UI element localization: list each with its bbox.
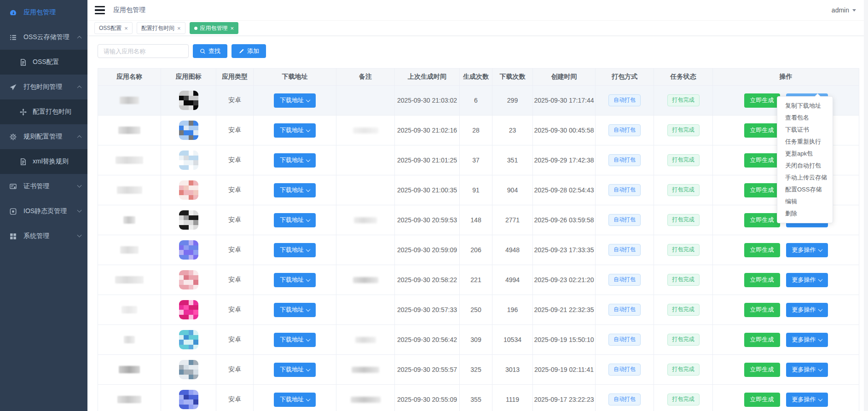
task-status-cell: 打包完成: [654, 116, 713, 145]
sidebar-item-label: OSS云存储管理: [23, 33, 69, 41]
generate-count: 148: [460, 205, 492, 235]
download-address-button[interactable]: 下载地址: [274, 333, 316, 347]
sidebar-item-oss-config[interactable]: OSS配置: [0, 50, 87, 75]
sidebar-item-ios-static-page-management[interactable]: IOS静态页管理: [0, 199, 87, 224]
more-actions-dropdown-menu: 复制下载地址 查看包名 下载证书 任务重新执行 更新apk包 关闭自动打包 手动…: [777, 96, 833, 223]
menu-item-config-oss-storage[interactable]: 配置OSS存储: [777, 184, 833, 196]
scrollbar-track[interactable]: [864, 0, 868, 411]
menu-item-download-certificate[interactable]: 下载证书: [777, 124, 833, 136]
generate-now-button[interactable]: 立即生成: [744, 303, 780, 317]
col-pack-mode: 打包方式: [596, 69, 654, 86]
generate-now-button[interactable]: 立即生成: [744, 93, 780, 108]
pack-mode-cell: 自动打包: [596, 355, 654, 385]
generate-now-button[interactable]: 立即生成: [744, 333, 780, 347]
menu-item-update-apk[interactable]: 更新apk包: [777, 148, 833, 160]
menu-item-edit[interactable]: 编辑: [777, 196, 833, 208]
task-status-cell: 打包完成: [654, 175, 713, 205]
download-address-button[interactable]: 下载地址: [274, 183, 316, 197]
sidebar-item-system-management[interactable]: 系统管理: [0, 224, 87, 249]
sidebar-item-pack-time-management[interactable]: 打包时间管理: [0, 75, 87, 99]
more-actions-button[interactable]: 更多操作: [786, 303, 828, 317]
download-address-label: 下载地址: [280, 186, 304, 194]
generate-now-button[interactable]: 立即生成: [744, 273, 780, 287]
generate-now-button[interactable]: 立即生成: [744, 123, 780, 138]
sidebar-item-xml-replace-rule[interactable]: xml替换规则: [0, 149, 87, 174]
pack-mode-tag: 自动打包: [608, 124, 641, 136]
pack-mode-tag: 自动打包: [608, 394, 641, 405]
generate-now-button[interactable]: 立即生成: [744, 213, 780, 227]
menu-item-copy-download-address[interactable]: 复制下载地址: [777, 100, 833, 112]
generate-now-button[interactable]: 立即生成: [744, 183, 780, 197]
tab-oss-config[interactable]: OSS配置 ×: [94, 22, 133, 34]
app-icon-cell: [161, 355, 216, 385]
app-name-cell: [98, 205, 161, 235]
generate-now-button[interactable]: 立即生成: [744, 153, 780, 168]
close-icon[interactable]: ×: [231, 25, 234, 31]
download-address-label: 下载地址: [280, 395, 304, 404]
col-generate-count: 生成次数: [460, 69, 492, 86]
more-actions-button[interactable]: 更多操作: [786, 243, 828, 257]
pack-mode-tag: 自动打包: [608, 244, 641, 255]
add-button[interactable]: 添加: [231, 44, 266, 58]
generate-now-button[interactable]: 立即生成: [744, 393, 780, 407]
download-address-button[interactable]: 下载地址: [274, 213, 316, 227]
download-address-button[interactable]: 下载地址: [274, 303, 316, 317]
task-status-tag: 打包完成: [667, 334, 700, 345]
menu-item-disable-auto-pack[interactable]: 关闭自动打包: [777, 160, 833, 172]
app-icon-cell: [161, 145, 216, 175]
col-download-address: 下载地址: [254, 69, 336, 86]
sidebar-item-oss-cloud-storage[interactable]: OSS云存储管理: [0, 25, 87, 50]
chevron-down-icon: [306, 187, 311, 192]
menu-item-manual-upload-cloud[interactable]: 手动上传云存储: [777, 172, 833, 184]
download-address-button[interactable]: 下载地址: [274, 123, 316, 138]
tab-app-package-management[interactable]: 应用包管理 ×: [190, 22, 239, 34]
remark-redacted: [352, 367, 379, 373]
search-button[interactable]: 查找: [193, 44, 227, 58]
generate-count: 325: [460, 355, 492, 385]
app-icon: [179, 270, 198, 289]
download-address-button[interactable]: 下载地址: [274, 153, 316, 168]
user-menu[interactable]: admin: [832, 6, 856, 14]
search-input[interactable]: [98, 44, 189, 58]
hamburger-menu-icon[interactable]: [95, 6, 105, 14]
generate-now-button[interactable]: 立即生成: [744, 243, 780, 257]
chevron-down-icon: [306, 98, 311, 102]
menu-item-rerun-task[interactable]: 任务重新执行: [777, 136, 833, 148]
close-icon[interactable]: ×: [177, 25, 181, 31]
chevron-down-icon: [818, 367, 822, 371]
more-actions-button[interactable]: 更多操作: [786, 333, 828, 347]
task-status-tag: 打包完成: [667, 274, 700, 285]
remark-cell: [336, 205, 395, 235]
remark-cell: [336, 385, 395, 411]
remark-cell: [336, 175, 395, 205]
close-icon[interactable]: ×: [124, 25, 128, 31]
sidebar-item-certificate-management[interactable]: 证书管理: [0, 174, 87, 199]
download-count: 23: [492, 116, 533, 145]
more-actions-button[interactable]: 更多操作: [786, 393, 828, 407]
more-actions-button[interactable]: 更多操作: [786, 273, 828, 287]
sidebar-item-rule-config-management[interactable]: 规则配置管理: [0, 124, 87, 149]
table-row: 安卓下载地址2025-09-30 20:55:0935511192025-09-…: [98, 385, 859, 411]
tab-config-pack-time[interactable]: 配置打包时间 ×: [137, 22, 185, 34]
download-address-button[interactable]: 下载地址: [274, 363, 316, 377]
sidebar-item-app-package-management[interactable]: 应用包管理: [0, 0, 87, 25]
task-status-cell: 打包完成: [654, 205, 713, 235]
menu-item-delete[interactable]: 删除: [777, 208, 833, 220]
app-name-cell: [98, 355, 161, 385]
task-status-cell: 打包完成: [654, 355, 713, 385]
download-address-button[interactable]: 下载地址: [274, 393, 316, 407]
app-name-redacted: [123, 216, 135, 224]
sidebar-item-config-pack-time[interactable]: 配置打包时间: [0, 99, 87, 124]
task-status-tag: 打包完成: [667, 154, 700, 166]
app-name-cell: [98, 385, 161, 411]
generate-now-button[interactable]: 立即生成: [744, 363, 780, 377]
download-address-button[interactable]: 下载地址: [274, 273, 316, 287]
more-actions-button[interactable]: 更多操作: [786, 363, 828, 377]
task-status-tag: 打包完成: [667, 184, 700, 196]
caret-down-icon: [852, 9, 856, 12]
download-address-button[interactable]: 下载地址: [274, 243, 316, 257]
download-address-button[interactable]: 下载地址: [274, 93, 316, 108]
app-icon-cell: [161, 265, 216, 295]
menu-item-view-package-name[interactable]: 查看包名: [777, 112, 833, 124]
task-status-tag: 打包完成: [667, 394, 700, 405]
